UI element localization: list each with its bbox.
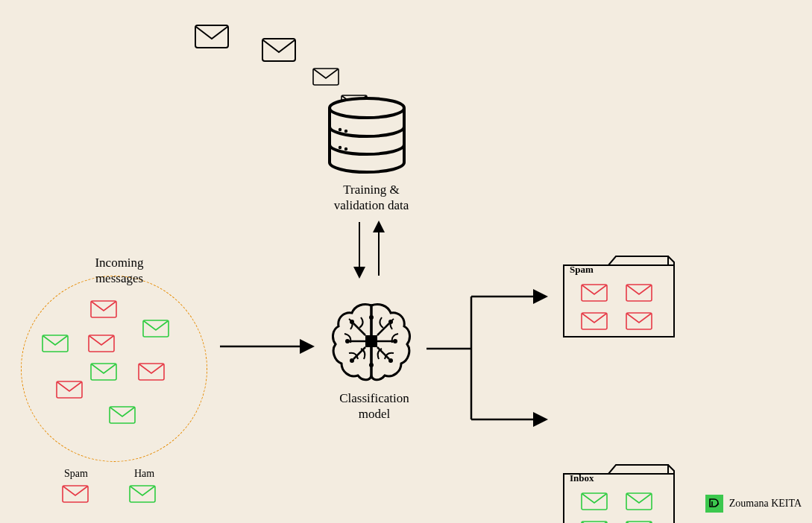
envelope-ham-icon xyxy=(41,332,69,355)
envelope-ham-icon xyxy=(580,519,608,523)
envelope-ham-icon xyxy=(89,361,118,383)
arrow-down-icon xyxy=(352,221,367,280)
envelope-spam-icon xyxy=(625,310,653,332)
database-icon xyxy=(322,97,412,182)
envelope-spam-icon xyxy=(61,483,89,505)
envelope-spam-icon xyxy=(89,298,118,320)
classification-model-label: Classification model xyxy=(322,390,427,422)
envelope-icon xyxy=(194,22,230,51)
inbox-folder-label: Inbox xyxy=(570,472,594,484)
envelope-spam-icon xyxy=(137,361,166,383)
dc-logo-icon xyxy=(705,495,723,513)
credit: Zoumana KEITA xyxy=(705,495,802,513)
spam-folder-label: Spam xyxy=(570,264,594,276)
training-data-label: Training & validation data xyxy=(319,182,424,214)
envelope-ham-icon xyxy=(580,490,608,513)
svg-point-23 xyxy=(350,320,354,324)
envelope-ham-icon xyxy=(625,490,653,513)
envelope-icon xyxy=(312,66,340,88)
envelope-icon xyxy=(261,36,297,64)
svg-point-4 xyxy=(344,130,347,133)
svg-point-25 xyxy=(350,358,354,363)
legend-ham-label: Ham xyxy=(134,468,154,480)
svg-line-16 xyxy=(377,323,389,335)
svg-point-3 xyxy=(339,128,342,131)
spam-folder: Spam xyxy=(559,252,812,341)
envelope-ham-icon xyxy=(625,519,653,523)
svg-point-5 xyxy=(339,146,342,149)
envelope-spam-icon xyxy=(55,378,84,401)
incoming-messages-label: Incoming messages xyxy=(75,255,164,287)
arrow-branch-icon xyxy=(427,274,553,438)
svg-line-15 xyxy=(353,323,365,335)
credit-name: Zoumana KEITA xyxy=(729,498,802,510)
envelope-ham-icon xyxy=(142,317,170,340)
envelope-spam-icon xyxy=(580,310,608,332)
envelope-ham-icon xyxy=(108,404,136,426)
envelope-ham-icon xyxy=(128,483,157,505)
legend-spam-label: Spam xyxy=(64,468,88,480)
svg-point-21 xyxy=(345,339,350,343)
brain-icon xyxy=(327,297,416,389)
arrow-right-icon xyxy=(220,339,317,354)
envelope-spam-icon xyxy=(580,282,608,304)
svg-point-19 xyxy=(369,315,374,320)
svg-point-22 xyxy=(393,339,397,343)
envelope-spam-icon xyxy=(625,282,653,304)
svg-point-26 xyxy=(388,358,393,363)
svg-rect-10 xyxy=(365,335,377,347)
inbox-folder: Inbox xyxy=(559,460,812,523)
arrow-up-icon xyxy=(371,221,386,280)
svg-point-6 xyxy=(344,148,347,150)
envelope-spam-icon xyxy=(87,332,116,355)
svg-point-2 xyxy=(330,98,404,118)
svg-point-20 xyxy=(369,363,374,367)
svg-point-24 xyxy=(388,320,393,324)
